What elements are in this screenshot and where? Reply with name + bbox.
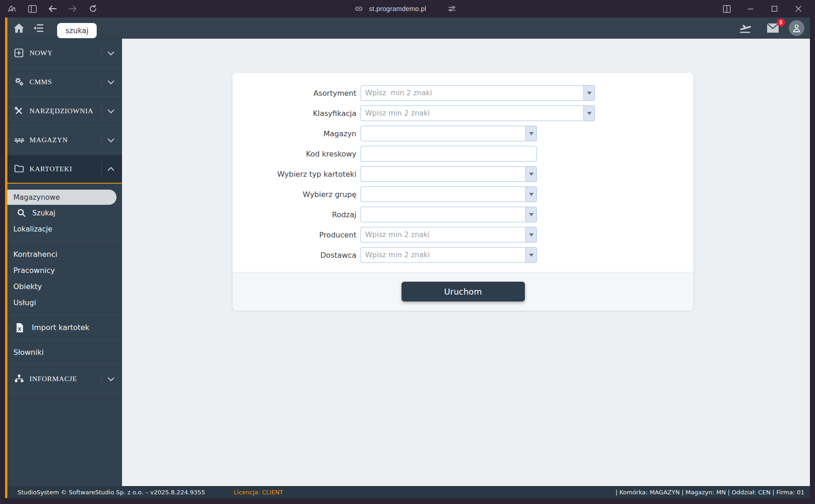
grupa-dropdown-button[interactable] bbox=[525, 187, 536, 202]
typ-kartoteki-dropdown-button[interactable] bbox=[525, 167, 536, 181]
producent-input[interactable] bbox=[361, 227, 525, 242]
page-settings-icon[interactable] bbox=[448, 4, 457, 13]
submenu-item-label: Obiekty bbox=[13, 282, 42, 291]
typ-kartoteki-select[interactable] bbox=[361, 167, 525, 181]
chevron-up-icon bbox=[107, 164, 116, 173]
dropdown-arrow-icon bbox=[529, 213, 534, 216]
rodzaj-dropdown-button[interactable] bbox=[525, 207, 536, 222]
field-label: Producent bbox=[233, 231, 361, 239]
chevron-down-icon bbox=[107, 78, 116, 87]
dropdown-arrow-icon bbox=[587, 112, 592, 115]
dostawca-input[interactable] bbox=[361, 248, 525, 262]
form-row-kod-kreskowy: Kod kreskowy bbox=[233, 146, 693, 162]
submenu-item-label: Pracownicy bbox=[13, 266, 55, 275]
home-button[interactable] bbox=[11, 20, 27, 36]
maximize-button[interactable] bbox=[770, 4, 779, 13]
field-label: Klasyfikacja bbox=[233, 109, 361, 118]
submenu-item-obiekty[interactable]: Obiekty bbox=[7, 278, 122, 295]
form-row-typ-kartoteki: Wybierz typ kartoteki bbox=[233, 166, 693, 182]
submenu-item-kontrahenci[interactable]: Kontrahenci bbox=[7, 246, 122, 262]
kod-kreskowy-input[interactable] bbox=[361, 146, 537, 162]
grupa-select[interactable] bbox=[361, 187, 525, 202]
magazyn-dropdown-button[interactable] bbox=[525, 126, 536, 141]
sidebar-item-magazyn[interactable]: MAGAZYN bbox=[7, 126, 122, 155]
sidebar-item-narzedziownia[interactable]: NARZĘDZIOWNIA bbox=[7, 97, 122, 126]
submenu-item-label: Magazynowe bbox=[13, 193, 60, 202]
tab-szukaj-label: szukaj bbox=[65, 26, 88, 35]
form-row-rodzaj: Rodzaj bbox=[233, 207, 693, 222]
search-form-card: Asortyment Klasyfikacja bbox=[233, 73, 693, 311]
plus-square-icon bbox=[14, 48, 23, 58]
collapse-menu-icon[interactable] bbox=[30, 20, 46, 36]
tools-icon bbox=[14, 106, 23, 116]
excel-file-icon bbox=[16, 323, 24, 333]
sidebar-toggle-icon[interactable] bbox=[28, 4, 37, 13]
field-label: Dostawca bbox=[233, 251, 361, 260]
chevron-down-icon bbox=[107, 107, 116, 116]
sidebar-item-nowy[interactable]: NOWY bbox=[7, 39, 122, 68]
dropdown-arrow-icon bbox=[529, 173, 534, 176]
flight-takeoff-icon[interactable] bbox=[737, 20, 753, 36]
sitemap-icon bbox=[14, 374, 23, 383]
field-label: Wybierz typ kartoteki bbox=[233, 170, 361, 179]
submenu-item-magazynowe[interactable]: Magazynowe bbox=[7, 190, 116, 205]
minimize-button[interactable] bbox=[746, 4, 755, 13]
form-row-producent: Producent bbox=[233, 227, 693, 243]
mail-button[interactable]: 8 bbox=[765, 20, 780, 36]
form-row-magazyn: Magazyn bbox=[233, 126, 693, 141]
card-footer: Uruchom bbox=[233, 272, 693, 311]
submenu-item-label: Słowniki bbox=[13, 348, 44, 357]
magazyn-select[interactable] bbox=[361, 126, 525, 141]
close-button[interactable] bbox=[794, 4, 803, 13]
field-label: Asortyment bbox=[233, 89, 361, 98]
dropdown-arrow-icon bbox=[529, 132, 534, 135]
dropdown-arrow-icon bbox=[529, 254, 534, 257]
main-content: Asortyment Klasyfikacja bbox=[122, 39, 810, 486]
field-label: Kod kreskowy bbox=[233, 150, 361, 158]
search-icon bbox=[17, 209, 26, 217]
submenu-item-import-kartotek[interactable]: Import kartotek bbox=[7, 315, 122, 340]
app-root: szukaj 8 bbox=[7, 17, 810, 498]
sidebar-section-label: NARZĘDZIOWNIA bbox=[29, 107, 101, 115]
sidebar-item-kartoteki[interactable]: KARTOTEKI bbox=[7, 155, 122, 184]
browser-window: st.programdemo.pl bbox=[0, 0, 815, 504]
person-icon bbox=[792, 23, 801, 33]
sidebar-section-label: NOWY bbox=[29, 49, 101, 57]
klasyfikacja-dropdown-button[interactable] bbox=[583, 106, 594, 121]
sidebar-section-label: INFORMACJE bbox=[29, 375, 101, 383]
submenu-item-szukaj[interactable]: Szukaj bbox=[7, 205, 122, 221]
link-icon[interactable] bbox=[354, 4, 363, 13]
submenu-item-label: Lokalizacje bbox=[13, 225, 52, 233]
reload-icon[interactable] bbox=[88, 4, 98, 13]
klasyfikacja-input[interactable] bbox=[361, 106, 583, 121]
sidebar-item-informacje[interactable]: INFORMACJE bbox=[7, 365, 122, 394]
producent-dropdown-button[interactable] bbox=[525, 227, 536, 242]
sidebar-item-cmms[interactable]: CMMS bbox=[7, 68, 122, 97]
run-button[interactable]: Uruchom bbox=[402, 282, 525, 301]
submenu-item-label: Szukaj bbox=[32, 209, 55, 217]
submenu-item-lokalizacje[interactable]: Lokalizacje bbox=[7, 221, 122, 237]
submenu-item-label: Kontrahenci bbox=[13, 250, 58, 259]
field-label: Rodzaj bbox=[233, 210, 361, 219]
asortyment-dropdown-button[interactable] bbox=[583, 86, 594, 100]
account-button[interactable] bbox=[789, 20, 804, 36]
submenu-item-label: Import kartotek bbox=[32, 323, 89, 332]
address-bar-url[interactable]: st.programdemo.pl bbox=[369, 5, 426, 12]
form-row-klasyfikacja: Klasyfikacja bbox=[233, 105, 693, 121]
mail-badge: 8 bbox=[777, 18, 785, 27]
sidebar-section-label: CMMS bbox=[29, 78, 101, 86]
forward-icon[interactable] bbox=[68, 4, 77, 13]
submenu-item-slowniki[interactable]: Słowniki bbox=[7, 340, 122, 364]
browser-logo-icon[interactable] bbox=[7, 4, 17, 13]
tab-szukaj[interactable]: szukaj bbox=[57, 23, 97, 38]
chevron-down-icon bbox=[107, 136, 116, 145]
submenu-item-uslugi[interactable]: Usługi bbox=[7, 295, 122, 311]
split-view-icon[interactable] bbox=[722, 4, 731, 13]
submenu-item-pracownicy[interactable]: Pracownicy bbox=[7, 262, 122, 278]
asortyment-input[interactable] bbox=[361, 86, 583, 100]
license-text: Licencja: CLIENT bbox=[234, 489, 284, 496]
back-icon[interactable] bbox=[48, 4, 57, 13]
dostawca-dropdown-button[interactable] bbox=[525, 248, 536, 262]
rodzaj-select[interactable] bbox=[361, 207, 525, 222]
submenu-item-label: Usługi bbox=[13, 298, 36, 307]
